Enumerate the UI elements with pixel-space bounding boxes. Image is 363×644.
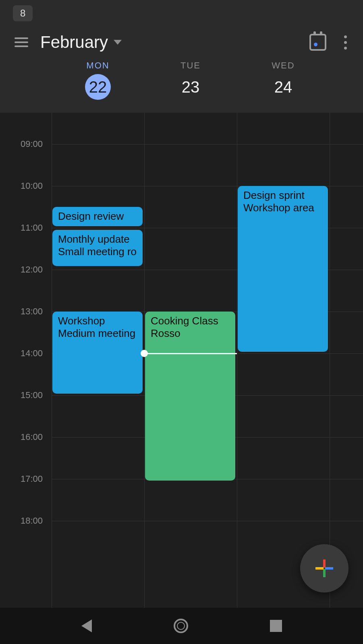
system-nav-bar bbox=[0, 608, 363, 644]
svg-rect-1 bbox=[325, 567, 333, 570]
event-location: Small meeting ro bbox=[58, 246, 137, 258]
day-of-week-label: WED bbox=[237, 60, 330, 71]
day-header[interactable]: WED24 bbox=[237, 60, 330, 100]
event-location: Rosso bbox=[151, 327, 230, 340]
calendar-event[interactable]: Design review bbox=[52, 207, 143, 226]
event-location: Medium meeting bbox=[58, 327, 137, 340]
event-title: Cooking Class bbox=[151, 315, 230, 327]
event-location: Workshop area bbox=[243, 202, 322, 214]
now-indicator-line bbox=[144, 353, 237, 354]
calendar-event[interactable]: WorkshopMedium meeting bbox=[52, 312, 143, 394]
plus-icon bbox=[314, 558, 335, 579]
create-event-fab[interactable] bbox=[300, 544, 348, 592]
today-button[interactable] bbox=[309, 34, 326, 51]
month-label: February bbox=[40, 33, 108, 52]
hour-label: 14:00 bbox=[21, 348, 43, 359]
chevron-down-icon bbox=[114, 40, 122, 45]
calendar-event[interactable]: Design sprintWorkshop area bbox=[238, 186, 328, 352]
app-header: February 8 MON22TUE23WED24 bbox=[0, 0, 363, 113]
now-indicator-dot bbox=[141, 350, 148, 357]
month-picker[interactable]: February bbox=[40, 33, 122, 52]
hour-label: 17:00 bbox=[21, 474, 43, 484]
hour-label: 12:00 bbox=[21, 264, 43, 275]
day-number: 23 bbox=[178, 74, 203, 100]
calendar-grid[interactable]: 09:0010:0011:0012:0013:0014:0015:0016:00… bbox=[0, 113, 363, 608]
day-of-week-label: MON bbox=[52, 60, 144, 71]
menu-button[interactable] bbox=[15, 37, 28, 47]
nav-recent-button[interactable] bbox=[270, 620, 282, 632]
svg-rect-3 bbox=[315, 567, 324, 570]
svg-rect-2 bbox=[323, 569, 326, 577]
hour-label: 13:00 bbox=[21, 306, 43, 317]
day-header[interactable]: TUE23 bbox=[144, 60, 237, 100]
day-number: 22 bbox=[85, 74, 111, 100]
event-title: Design review bbox=[58, 210, 137, 223]
hour-label: 11:00 bbox=[21, 223, 43, 233]
calendar-event[interactable]: Monthly updateSmall meeting ro bbox=[52, 230, 143, 266]
day-header[interactable]: MON22 bbox=[52, 60, 144, 100]
svg-rect-0 bbox=[323, 559, 326, 568]
hour-label: 18:00 bbox=[21, 516, 43, 526]
event-title: Monthly update bbox=[58, 233, 137, 246]
event-title: Workshop bbox=[58, 315, 137, 327]
hour-label: 09:00 bbox=[21, 139, 43, 149]
nav-back-button[interactable] bbox=[81, 619, 92, 632]
hour-label: 15:00 bbox=[21, 390, 43, 400]
more-button[interactable] bbox=[342, 34, 348, 51]
days-header: MON22TUE23WED24 bbox=[0, 60, 363, 100]
day-number: 24 bbox=[270, 74, 296, 100]
hour-label: 16:00 bbox=[21, 432, 43, 442]
hour-labels: 09:0010:0011:0012:0013:0014:0015:0016:00… bbox=[0, 113, 52, 608]
day-of-week-label: TUE bbox=[144, 60, 237, 71]
week-number-badge: 8 bbox=[13, 5, 33, 21]
hour-label: 10:00 bbox=[21, 181, 43, 191]
nav-home-button[interactable] bbox=[174, 619, 188, 633]
calendar-event[interactable]: Cooking ClassRosso bbox=[145, 312, 235, 481]
event-title: Design sprint bbox=[243, 189, 322, 202]
